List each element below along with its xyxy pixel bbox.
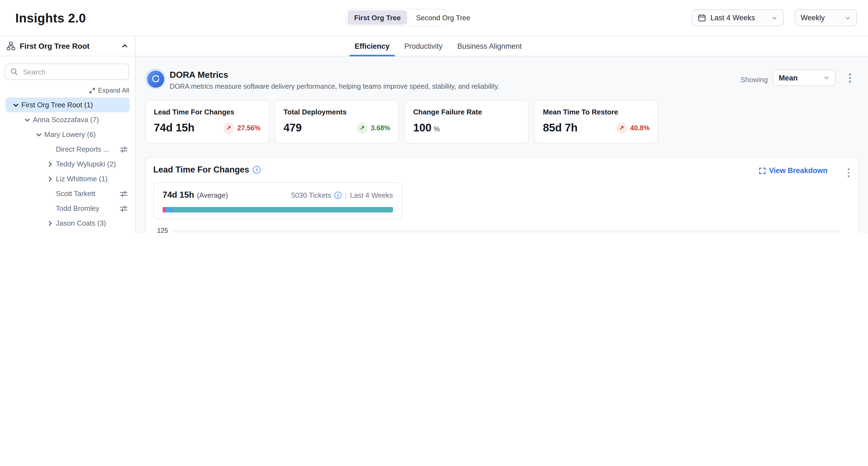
tree-item[interactable]: Scott Tarkett [5,186,130,201]
metric-card-title: Mean Time To Restore [543,108,650,116]
tree-item[interactable]: Jason Coats (3) [5,216,130,231]
summary-range: Last 4 Weeks [350,191,393,199]
main-tab-bar: Efficiency Productivity Business Alignme… [136,36,868,56]
tree-item[interactable]: Direct Reports of A... [5,231,130,233]
org-tab-first[interactable]: First Org Tree [347,10,407,25]
tree-item[interactable]: Teddy Wylupski (2) [5,156,130,171]
chevron-right-icon[interactable] [46,175,56,183]
trend-badge: ↗40.8% [616,122,650,133]
tree-item-label: Anna Scozzafava (7) [33,116,99,124]
tree-item[interactable]: Direct Reports ... [5,142,130,156]
chevron-right-icon[interactable] [46,219,56,227]
granularity-value: Weekly [801,14,825,22]
showing-value: Mean [779,74,798,82]
trend-up-arrow-icon: ↗ [356,122,368,133]
trend-delta-value: 40.8% [630,124,650,132]
info-icon[interactable]: i [253,166,261,174]
filter-sliders-icon[interactable] [120,145,127,153]
main-content: DORA Metrics DORA metrics measure softwa… [136,56,868,233]
showing-select[interactable]: Mean [773,69,836,86]
tree-item-label: Mary Lowery (6) [44,130,96,139]
summary-value-label: (Average) [197,191,228,199]
date-range-value: Last 4 Weeks [710,14,755,22]
metric-card-title: Lead Time For Changes [154,108,260,116]
search-icon [10,68,18,76]
trend-delta-value: 3.68% [371,124,390,132]
search-input[interactable] [22,67,124,77]
y-axis-tick: 125 [148,227,168,233]
calendar-icon [698,14,706,22]
expand-all-button[interactable]: Expand All [0,87,129,94]
tree-item[interactable]: Anna Scozzafava (7) [5,112,130,127]
progress-segment-deployment [174,207,393,212]
tree-item-label: First Org Tree Root (1) [21,101,93,109]
trend-up-arrow-icon: ↗ [616,122,627,133]
chevron-down-icon [771,14,778,21]
chevron-down-icon [844,14,851,21]
metric-card-value: 479 [283,122,302,134]
dora-metrics-subtitle: DORA metrics measure software delivery p… [170,83,499,90]
view-breakdown-button[interactable]: View Breakdown [759,167,828,175]
tree-item-label: Teddy Wylupski (2) [56,160,116,168]
chart-plot-area [174,231,839,233]
showing-label: Showing [741,76,768,84]
app-window: Insights 2.0 First Org Tree Second Org T… [0,0,868,233]
trend-badge: ↗3.68% [356,122,390,133]
sidebar-title: First Org Tree Root [20,41,90,50]
org-tree-switcher: First Org Tree Second Org Tree [345,9,447,26]
metric-card: Mean Time To Restore85d 7h↗40.8% [534,100,658,143]
info-icon[interactable]: i [334,192,342,199]
view-breakdown-label: View Breakdown [769,167,828,175]
tree-item[interactable]: Liz Whittome (1) [5,171,130,186]
tickets-count: 5030 Tickets [291,191,331,199]
granularity-select[interactable]: Weekly [795,9,857,26]
metric-card-value: 85d 7h [543,122,578,134]
tree-item[interactable]: Mary Lowery (6) [5,127,130,142]
chevron-down-icon[interactable] [24,116,33,123]
trend-delta-value: 27.56% [237,124,260,132]
tree-item[interactable]: Todd Bromley [5,201,130,216]
expand-all-icon [90,87,95,93]
org-tree: First Org Tree Root (1)Anna Scozzafava (… [0,97,135,233]
summary-value: 74d 15h [162,190,194,200]
filter-sliders-icon[interactable] [120,190,127,197]
chevron-down-icon[interactable] [35,130,44,138]
tab-efficiency[interactable]: Efficiency [354,36,390,56]
lead-time-card: Lead Time For Changes i View Breakdown 7… [145,157,859,233]
trend-up-arrow-icon: ↗ [223,122,234,133]
gridline [174,231,839,231]
tree-item-label: Jason Coats (3) [56,219,106,227]
tree-item[interactable]: First Org Tree Root (1) [5,97,130,112]
lead-time-summary-card: 74d 15h (Average) 5030 Tickets i | Last … [153,182,402,219]
org-tab-second[interactable]: Second Org Tree [410,10,477,25]
filter-sliders-icon[interactable] [120,205,127,212]
metric-card: Lead Time For Changes74d 15h↗27.56% [145,100,269,143]
metric-card: Total Deployments479↗3.68% [275,100,399,143]
tab-business-alignment[interactable]: Business Alignment [457,36,522,56]
metric-card: Change Failure Rate100% [404,100,529,143]
org-tree-sidebar: First Org Tree Root Expand All First Org… [0,36,136,233]
lead-time-kebab-icon[interactable] [846,167,851,179]
chevron-down-icon[interactable] [12,101,21,109]
app-title: Insights 2.0 [15,0,86,36]
metric-cards-row: Lead Time For Changes74d 15h↗27.56%Total… [145,100,658,143]
dora-menu-kebab-icon[interactable] [847,72,852,84]
chevron-down-icon [823,75,830,81]
org-chart-icon [6,41,15,50]
date-range-select[interactable]: Last 4 Weeks [692,9,784,26]
tree-item-label: Direct Reports ... [56,145,109,153]
tab-productivity[interactable]: Productivity [404,36,443,56]
sidebar-header: First Org Tree Root [0,36,135,56]
metric-card-unit: % [434,125,440,133]
collapse-section-icon[interactable] [121,42,129,50]
chevron-right-icon[interactable] [46,160,56,168]
metric-card-value: 100 [413,122,432,134]
dora-metrics-icon [145,68,166,89]
expand-all-label: Expand All [98,87,129,94]
sidebar-search[interactable] [5,63,129,80]
trend-badge: ↗27.56% [223,122,260,133]
progress-segment-review [166,207,174,212]
tree-item-label: Liz Whittome (1) [56,175,107,183]
tree-item-label: Todd Bromley [56,204,99,212]
dora-metrics-title: DORA Metrics [170,70,228,80]
